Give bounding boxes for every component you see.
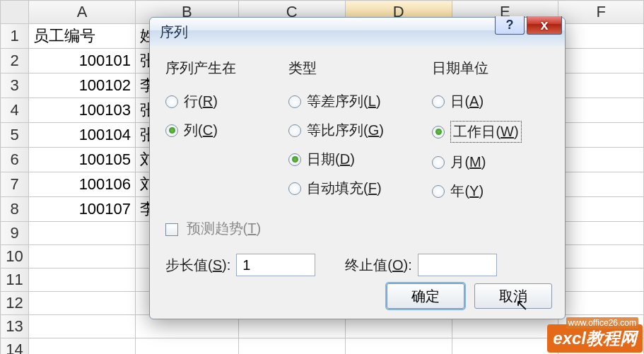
cell[interactable] (558, 24, 644, 49)
step-label: 步长值(S): (165, 256, 230, 275)
cell[interactable]: 100105 (29, 148, 136, 172)
select-all-corner[interactable] (1, 1, 29, 24)
row-header[interactable]: 3 (1, 73, 29, 98)
col-header-F[interactable]: F (558, 1, 644, 24)
radio-weekday[interactable]: 工作日(W) (432, 121, 549, 143)
radio-rows[interactable]: 行(R) (165, 92, 269, 111)
row-header[interactable]: 4 (1, 98, 29, 123)
group-type-label: 类型 (288, 59, 412, 78)
row-header[interactable]: 14 (1, 338, 29, 355)
cell[interactable]: 员工编号 (29, 24, 136, 49)
radio-year[interactable]: 年(Y) (432, 182, 549, 201)
radio-growth[interactable]: 等比序列(G) (288, 121, 412, 140)
close-button[interactable]: x (527, 16, 562, 35)
cell[interactable]: 100101 (29, 49, 136, 73)
watermark-badge: excl教程网 (547, 324, 643, 353)
checkbox-icon (165, 223, 178, 236)
watermark-url: www.office26.com (566, 317, 639, 329)
row-header[interactable]: 5 (1, 123, 29, 148)
row-header[interactable]: 1 (1, 24, 29, 49)
row-header[interactable]: 11 (1, 269, 29, 292)
col-header-A[interactable]: A (29, 1, 136, 24)
trend-checkbox[interactable]: 预测趋势(T) (165, 219, 549, 238)
radio-autofill[interactable]: 自动填充(F) (288, 179, 412, 198)
group-date-unit-label: 日期单位 (432, 59, 549, 78)
row-header[interactable]: 13 (1, 315, 29, 338)
watermark: www.office26.com excl教程网 (547, 324, 643, 353)
cell[interactable]: 100102 (29, 73, 136, 98)
series-dialog: 序列 ? x 序列产生在 行(R) 列(C) 类型 等差序列(L) 等比序列(G… (149, 17, 566, 319)
radio-date[interactable]: 日期(D) (288, 150, 412, 169)
row-header[interactable]: 10 (1, 245, 29, 269)
stop-label: 终止值(O): (345, 256, 411, 275)
cell[interactable]: 100107 (29, 197, 136, 222)
cell[interactable]: 100103 (29, 98, 136, 123)
cell[interactable]: 100104 (29, 123, 136, 148)
radio-day[interactable]: 日(A) (432, 92, 549, 111)
cell[interactable]: 100106 (29, 172, 136, 197)
step-input[interactable] (236, 254, 315, 276)
row-header[interactable]: 8 (1, 197, 29, 222)
radio-linear[interactable]: 等差序列(L) (288, 92, 412, 111)
stop-input[interactable] (418, 254, 497, 276)
radio-month[interactable]: 月(M) (432, 153, 549, 172)
group-series-in-label: 序列产生在 (165, 59, 269, 78)
row-header[interactable]: 9 (1, 222, 29, 245)
row-header[interactable]: 7 (1, 172, 29, 197)
help-button[interactable]: ? (495, 16, 525, 35)
row-header[interactable]: 12 (1, 292, 29, 315)
radio-columns[interactable]: 列(C) (165, 121, 269, 140)
row-header[interactable]: 6 (1, 148, 29, 172)
dialog-title: 序列 (160, 23, 188, 42)
dialog-titlebar[interactable]: 序列 ? x (150, 18, 565, 46)
row-header[interactable]: 2 (1, 49, 29, 73)
cancel-button[interactable]: 取消 (474, 283, 552, 309)
ok-button[interactable]: 确定 (387, 283, 464, 309)
